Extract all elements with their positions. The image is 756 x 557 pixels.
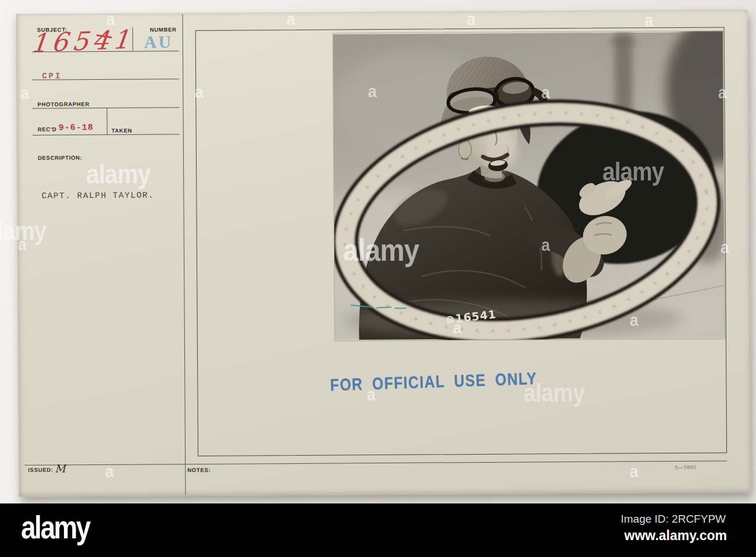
image-id: Image ID: 2RCFYPW [621,513,726,526]
photographer-label: PHOTOGRAPHER [37,101,90,108]
rule-under-agency [32,79,179,80]
scan-background: SUBJECT: NUMBER 16541 AU CPI PHOTOGRAPHE… [0,0,756,503]
print-code: 3—5005 [675,464,697,470]
taken-label: TAKEN [112,127,133,134]
description-typed: CAPT. RALPH TAYLOR. [41,190,154,200]
column-divider [182,14,186,495]
rule-under-received [33,134,180,136]
photo-question-mark: ? [516,329,520,338]
number-stamp: AU [144,32,173,52]
photograph [333,31,725,340]
description-label: DESCRIPTION: [38,154,83,161]
recd-taken-divider [106,108,107,134]
rule-above-issued [24,460,727,465]
received-date-typed: 9-6-18 [59,123,94,133]
notes-label: NOTES: [187,467,211,473]
footer-bar: alamy Image ID: 2RCFYPW www.alamy.com [0,503,756,557]
photo-caption-card: SUBJECT: NUMBER 16541 AU CPI PHOTOGRAPHE… [16,9,750,497]
received-label: REC'D [38,126,57,132]
subject-number-handwritten: 16541 [30,24,135,58]
alamy-url: www.alamy.com [625,528,727,544]
alamy-stock-image: SUBJECT: NUMBER 16541 AU CPI PHOTOGRAPHE… [0,0,756,557]
alamy-logo: alamy [21,508,90,546]
issued-label: ISSUED: [28,466,54,473]
rule-under-photographer [32,107,179,109]
photo-artwork [333,31,725,340]
issued-value-handwritten: M [55,462,66,474]
